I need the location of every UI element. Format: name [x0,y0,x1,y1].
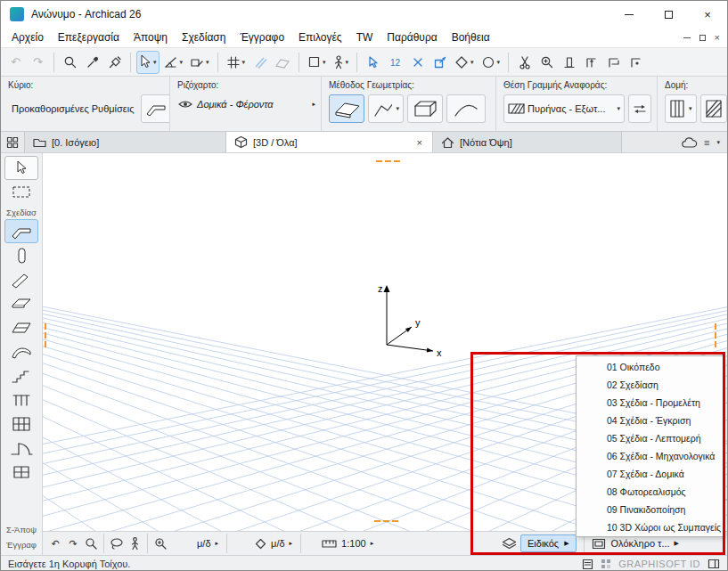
graphisoft-id-label[interactable]: GRAPHISOFT ID [618,559,700,569]
trace-reference-combo[interactable]: Δομικά - Φέροντα [197,99,274,110]
pen-set-combo[interactable]: μ/δ▸ [192,534,223,553]
snap-grid-button[interactable]: ▾ [224,51,249,74]
layer-combination-item[interactable]: 02 Σχεδίαση [577,376,724,394]
nav-back-button[interactable]: ↶ [46,534,64,553]
elevation-marker-button[interactable] [581,51,601,74]
eye-icon [177,99,193,110]
geometry-method-poly-button[interactable]: ▾ [368,94,404,123]
menu-item-file[interactable]: Αρχείο [4,29,51,45]
reference-line-combo[interactable]: Πυρήνας - Εξωτ...▾ [503,94,625,123]
tab-south-elevation[interactable]: [Νότια Όψη] [433,132,622,152]
grid-arrows-icon [433,55,447,69]
doc-close-button[interactable]: × [715,33,720,43]
explore-3d-button[interactable] [126,534,143,553]
layer-combination-item[interactable]: 09 Πινακιδοποίηση [577,501,724,518]
undo-button[interactable]: ↶ [5,51,26,74]
diamond-tool-button[interactable]: ▾ [452,51,477,74]
menu-item-teamwork[interactable]: TW [349,29,380,45]
redo-button[interactable]: ↷ [28,51,48,74]
menu-item-help[interactable]: Βοήθεια [445,29,497,45]
tool-roof[interactable] [4,315,38,339]
layer-combination-item[interactable]: 03 Σχέδια - Προμελέτη [577,394,724,412]
renumber-button[interactable]: 12 [385,51,405,74]
arrow-tool-button[interactable]: ▾ [136,51,160,74]
scale-combo[interactable]: 1:100▸ [317,534,378,553]
tab-list-button[interactable]: ≡ [704,137,709,148]
menu-item-document[interactable]: Έγγραφο [233,29,291,45]
tool-railing[interactable] [4,387,38,412]
fit-frame-button[interactable] [603,51,624,74]
maximize-button[interactable] [649,1,688,28]
geometry-method-straight-button[interactable] [329,94,364,123]
editing-plane-button[interactable] [272,51,293,74]
panel-toggle-icon[interactable] [708,559,720,569]
minimize-button[interactable] [609,1,649,28]
wall-settings-button[interactable]: ▾ [141,94,170,123]
menu-item-windows[interactable]: Παράθυρα [380,29,444,45]
chevron-down-icon: ▾ [396,105,399,112]
layer-combination-item[interactable]: 06 Σχέδια - Μηχανολογικά [577,447,724,465]
flip-reference-button[interactable] [628,94,651,123]
default-settings-button[interactable]: Προκαθορισμένες Ρυθμίσεις [8,97,137,120]
tab-close-button[interactable]: × [415,137,424,148]
zoom-nav-button[interactable] [82,534,100,553]
guides-icon [253,55,267,69]
orbit-button[interactable] [108,534,126,553]
magnifier-plus-button[interactable] [536,51,557,74]
split-button[interactable] [514,51,535,74]
fit-zoom-button[interactable] [151,534,169,553]
pick-parameters-button[interactable] [82,51,102,74]
tool-door[interactable] [4,436,38,460]
cloud-icon [681,136,699,149]
tab-floor-plan[interactable]: [0. Ισόγειο] [25,132,226,152]
tool-window[interactable] [4,460,38,484]
layer-combination-item[interactable]: 05 Σχέδια - Λεπτομερή [577,429,724,447]
section-marker-bottom [374,520,398,522]
info-section-geometry: Μέθοδος Γεωμετρίας: ▾ [322,77,496,131]
adjust-elements-button[interactable] [429,51,450,74]
tool-beam[interactable] [4,267,38,291]
guide-lines-button[interactable] [249,51,270,74]
layer-combination-item[interactable]: 08 Φωτορεαλισμός [577,483,724,501]
close-button[interactable]: × [688,1,727,28]
tool-shell[interactable] [4,339,38,363]
structure-fill-button[interactable] [700,94,727,123]
nav-forward-button[interactable]: ↷ [64,534,82,553]
tool-slab[interactable] [4,291,38,315]
layer-combination-item[interactable]: 01 Οικόπεδο [577,358,724,376]
figure-tool-button[interactable]: ▾ [331,51,352,74]
geometry-method-curved-button[interactable] [446,94,486,123]
doc-restore-button[interactable] [699,35,706,41]
frame-dot-button[interactable] [626,51,646,74]
tool-column[interactable] [4,243,38,267]
doc-minimize-button[interactable] [683,37,691,38]
annotate-tool-button[interactable]: ▾ [187,51,212,74]
layer-scale-combo[interactable]: μ/δ▸ [250,534,297,553]
tab-3d-all[interactable]: [3D / Όλα] × [226,132,433,152]
tool-wall[interactable] [4,219,38,243]
menu-item-view[interactable]: Άποψη [127,29,175,45]
menu-item-options[interactable]: Επιλογές [291,29,349,45]
frame-tool-button[interactable]: ▾ [305,51,329,74]
trim-button[interactable] [407,51,428,74]
structure-type-button[interactable]: ▾ [665,94,697,123]
geometry-method-box-button[interactable] [407,94,443,123]
tool-arrow[interactable] [4,156,38,180]
pillar-button[interactable] [559,51,579,74]
inject-parameters-button[interactable] [104,51,125,74]
menu-item-design[interactable]: Σχεδίαση [175,29,233,45]
tool-marquee[interactable] [4,180,38,204]
menu-item-edit[interactable]: Επεξεργασία [51,29,127,45]
chevron-right-icon: ▸ [371,540,374,547]
layer-combination-item[interactable]: 04 Σχέδια - Έγκριση [577,412,724,429]
layer-combination-item[interactable]: 10 3D Χώροι ως Συμπαγείς [577,518,724,536]
tool-curtain-wall[interactable] [4,412,38,436]
measure-tool-button[interactable]: ▾ [161,51,186,74]
layer-combination-item[interactable]: 07 Σχέδια - Δομικά [577,465,724,483]
zoom-button[interactable] [60,51,80,74]
move-tool-button[interactable] [363,51,383,74]
layer-combination-combo[interactable]: Ειδικός▶ [520,534,577,552]
tab-overview-button[interactable] [1,132,25,152]
circle-tool-button[interactable]: ▾ [479,51,503,74]
tool-stair[interactable] [4,363,38,387]
